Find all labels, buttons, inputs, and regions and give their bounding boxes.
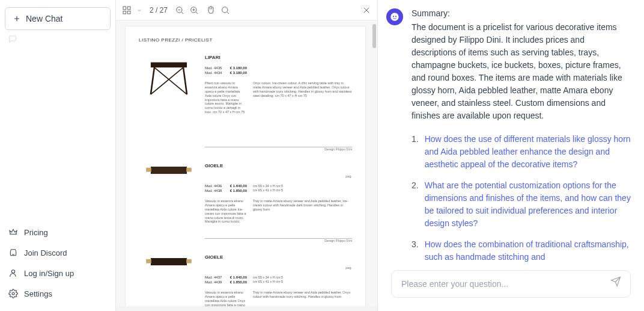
suggested-question[interactable]: What are the potential customization opt… — [412, 179, 631, 230]
sidebar-item-label: Pricing — [24, 228, 48, 237]
product-dims: cm 55 x 34 x H cm 5cm 65 x 41 x H cm 5 — [253, 276, 352, 285]
svg-rect-9 — [151, 62, 187, 67]
thumbnail-grid-icon[interactable] — [122, 5, 132, 15]
gear-icon — [8, 289, 18, 298]
svg-point-0 — [11, 270, 14, 273]
user-icon — [8, 268, 18, 278]
chat-messages: Summary: The document is a pricelist for… — [378, 0, 644, 264]
sidebar-item-label: Log in/Sign up — [24, 269, 74, 278]
product-image — [139, 238, 199, 284]
product-pageref: pag. — [205, 174, 352, 178]
doc-viewport[interactable]: LISTINO PREZZI / PRICELIST LIPARIMod. 44… — [116, 20, 377, 311]
send-icon — [610, 276, 621, 287]
svg-point-8 — [222, 7, 228, 12]
suggested-question[interactable]: How does the combination of traditional … — [412, 238, 631, 263]
search-icon[interactable] — [220, 5, 230, 15]
product-name: GIOELE — [205, 163, 352, 168]
product-dims — [253, 66, 352, 75]
bot-icon — [390, 12, 399, 22]
svg-rect-16 — [186, 168, 192, 172]
svg-rect-3 — [127, 7, 130, 10]
discord-icon — [8, 248, 18, 257]
product-name: LIPARI — [205, 55, 352, 60]
product-models: Mod. 4436€ 1.640,00Mod. 4438€ 1.850,00 — [205, 184, 247, 193]
product-models: Mod. 4435€ 3.180,00Mod. 4434€ 3.180,00 — [205, 66, 247, 75]
chat-input[interactable]: Please enter your question... — [391, 270, 631, 298]
vertical-scrollbar[interactable] — [371, 23, 376, 309]
suggested-question-link[interactable]: How does the combination of traditional … — [425, 238, 631, 263]
chat-input-placeholder: Please enter your question... — [401, 279, 508, 289]
chat-history-item[interactable] — [5, 30, 111, 48]
svg-rect-18 — [146, 259, 151, 263]
svg-point-27 — [390, 13, 398, 20]
product-block: Design Filippo DiniGIOELEpag.Mod. 4437€ … — [139, 233, 352, 311]
product-image — [139, 147, 199, 192]
svg-point-29 — [395, 16, 396, 17]
sidebar: New Chat Pricing Join Discord Log in/Sig… — [0, 0, 116, 311]
product-designer: Design Filippo Dini — [205, 239, 352, 248]
suggested-questions: How does the use of different materials … — [412, 133, 631, 263]
product-name: GIOELE — [205, 254, 352, 260]
svg-line-12 — [154, 67, 187, 94]
sidebar-item-label: Settings — [24, 289, 52, 298]
suggested-question-link[interactable]: How does the use of different materials … — [425, 133, 631, 171]
svg-rect-14 — [151, 167, 187, 174]
send-button[interactable] — [610, 276, 621, 289]
suggested-question-link[interactable]: What are the potential customization opt… — [425, 179, 631, 230]
doc-toolbar: 2 / 27 — [116, 0, 377, 20]
svg-point-1 — [12, 292, 14, 295]
product-designer: Design Filippo Dini — [205, 147, 352, 157]
svg-rect-17 — [151, 258, 187, 265]
product-block: LIPARIMod. 4435€ 3.180,00Mod. 4434€ 3.18… — [139, 50, 352, 142]
svg-rect-15 — [146, 168, 151, 172]
sidebar-item-label: Join Discord — [24, 248, 67, 257]
suggested-question[interactable]: How does the use of different materials … — [412, 133, 631, 171]
product-desc-en: Tray in matte Amara ebony veneer and Aid… — [253, 199, 352, 224]
new-chat-button[interactable]: New Chat — [5, 7, 111, 30]
chevron-down-icon[interactable] — [136, 7, 142, 13]
sidebar-item-pricing[interactable]: Pricing — [5, 222, 111, 242]
svg-line-11 — [183, 67, 187, 94]
chat-icon — [8, 35, 17, 43]
doc-page: LISTINO PREZZI / PRICELIST LIPARIMod. 44… — [126, 26, 365, 311]
bot-avatar — [386, 8, 403, 25]
product-pageref: pag. — [205, 266, 352, 269]
summary-label: Summary: — [412, 7, 631, 20]
chat-pane: Summary: The document is a pricelist for… — [378, 0, 644, 311]
svg-rect-4 — [123, 11, 126, 14]
svg-rect-19 — [186, 259, 192, 263]
document-pane: 2 / 27 LISTINO PREZZI / PRICELIST LIPARI… — [116, 0, 378, 311]
svg-point-28 — [393, 16, 394, 17]
close-icon[interactable] — [362, 5, 371, 15]
svg-rect-5 — [127, 11, 130, 14]
page-indicator: 2 / 27 — [150, 6, 168, 14]
zoom-out-icon[interactable] — [175, 5, 184, 15]
product-desc-en: Onyx colour. Ice-cream colour. A chic se… — [253, 81, 352, 114]
zoom-in-icon[interactable] — [189, 5, 199, 15]
plus-icon — [13, 14, 21, 23]
sidebar-item-settings[interactable]: Settings — [5, 283, 111, 304]
sidebar-item-discord[interactable]: Join Discord — [5, 242, 111, 263]
product-image — [139, 55, 199, 100]
scrollbar-thumb[interactable] — [372, 24, 376, 48]
new-chat-label: New Chat — [26, 14, 62, 23]
hand-pan-icon[interactable] — [206, 5, 216, 15]
product-block: Design Filippo DiniGIOELEpag.Mod. 4436€ … — [139, 142, 352, 233]
horizontal-scrollbar[interactable] — [116, 306, 377, 311]
pricelist-title: LISTINO PREZZI / PRICELIST — [139, 37, 352, 43]
product-desc-it: Pliant con vassoio in essenza ebano Amar… — [205, 81, 247, 114]
product-models: Mod. 4437€ 1.640,00Mod. 4439€ 1.850,00 — [205, 276, 247, 285]
product-dims: cm 55 x 34 x H cm 5cm 65 x 41 x H cm 5 — [253, 184, 352, 193]
product-desc-it: Vassoio in essenza ebano Amara opaco e p… — [205, 199, 247, 224]
sidebar-item-login[interactable]: Log in/Sign up — [5, 263, 111, 283]
svg-rect-2 — [123, 7, 126, 10]
svg-line-10 — [151, 67, 154, 94]
crown-icon — [8, 227, 18, 237]
summary-text: The document is a pricelist for various … — [412, 21, 631, 122]
svg-line-13 — [151, 67, 183, 94]
